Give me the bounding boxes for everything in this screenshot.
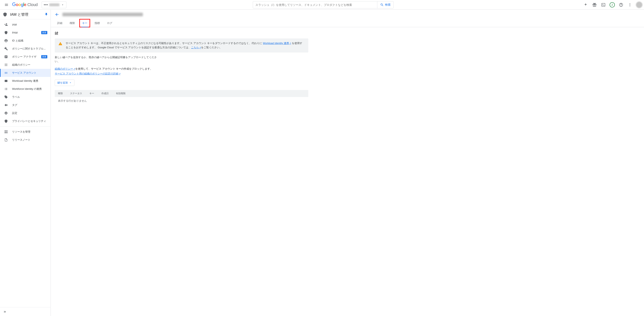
sidebar-item-workforce-identity[interactable]: Workforce Identity の連携: [0, 85, 50, 93]
sidebar-item-label: リリースノート: [12, 138, 47, 142]
iam-product-icon: [3, 12, 7, 17]
table-empty-text: 表示する行がありません: [55, 97, 308, 105]
sidebar-item-privacy-security[interactable]: プライバシーとセキュリティ: [0, 117, 50, 125]
google-cloud-logo[interactable]: Cloud: [12, 2, 38, 7]
svg-point-9: [630, 6, 630, 6]
sidebar-item-pam[interactable]: PAM 新規: [0, 28, 50, 37]
more-vert-icon: [628, 3, 632, 7]
add-key-button[interactable]: 鍵を追加: [55, 80, 74, 86]
sidebar-item-release-notes[interactable]: リリースノート: [0, 136, 50, 144]
sidebar: IAM と管理 IAM PAM 新規 ID と組織 ポリシーに関するトラブル..…: [0, 10, 51, 316]
logo-cloud-text: Cloud: [27, 2, 38, 7]
nav-menu-button[interactable]: [2, 1, 10, 9]
chevron-down-icon: [61, 3, 64, 6]
svg-rect-11: [5, 130, 6, 132]
tab-permissions[interactable]: 権限: [67, 19, 77, 27]
sidebar-item-iam[interactable]: IAM: [0, 20, 50, 28]
sidebar-item-label: ラベル: [12, 95, 47, 99]
page-header: [51, 10, 644, 19]
project-name-redacted: [49, 4, 59, 6]
notification-badge: 2: [610, 2, 615, 8]
external-link-icon: ↗: [74, 68, 75, 70]
more-button[interactable]: [626, 1, 634, 9]
sidebar-item-label: PAM: [12, 31, 36, 34]
google-logo-icon: [12, 2, 26, 7]
col-type: 種類: [58, 92, 63, 95]
tab-logs[interactable]: ログ: [105, 19, 115, 27]
notes-icon: [4, 138, 8, 142]
external-link-icon: ↗: [290, 42, 291, 44]
warning-icon: [58, 42, 62, 50]
article-icon: [4, 55, 8, 59]
org-policy-links: 組織のポリシー↗を使用して、サービス アカウント キーの作成をブロックします。 …: [55, 66, 308, 76]
dropdown-arrow-icon: [69, 81, 72, 84]
search-input[interactable]: [253, 3, 377, 6]
sidebar-item-label: IAM: [12, 23, 47, 26]
svg-rect-14: [6, 132, 8, 133]
tab-bar: 詳細 権限 キー 指標 ログ: [51, 19, 644, 27]
terminal-icon: [601, 2, 606, 7]
svg-rect-10: [5, 80, 8, 82]
pin-button[interactable]: [44, 13, 48, 16]
warning-text: サービス アカウント キーは、不正使用されるとセキュリティ上のリスクになる可能性…: [66, 41, 305, 50]
topbar-actions: 2: [582, 1, 642, 9]
tag-icon: [4, 103, 8, 107]
sidebar-header: IAM と管理: [0, 10, 50, 19]
svg-rect-13: [5, 132, 6, 133]
sidebar-item-service-accounts[interactable]: サービス アカウント: [0, 69, 50, 77]
sidebar-item-workload-identity[interactable]: Workload Identity 連携: [0, 77, 50, 85]
svg-rect-12: [6, 130, 8, 132]
search-bar: 検索: [253, 1, 394, 8]
sidebar-list: IAM PAM 新規 ID と組織 ポリシーに関するトラブル... ポリシー ア…: [0, 19, 50, 307]
gemini-button[interactable]: [582, 1, 590, 9]
col-expires: 有効期限: [116, 92, 126, 95]
sidebar-item-label: 組織のポリシー: [12, 63, 47, 66]
help-button[interactable]: [617, 1, 625, 9]
wrench-icon: [4, 47, 8, 51]
sidebar-item-labels[interactable]: ラベル: [0, 93, 50, 101]
cloud-shell-button[interactable]: [599, 1, 607, 9]
sidebar-item-label: プライバシーとセキュリティ: [12, 119, 47, 123]
col-key: キー: [89, 92, 94, 95]
sidebar-item-settings[interactable]: 設定: [0, 109, 50, 117]
sidebar-item-manage-resources[interactable]: リソースを管理: [0, 128, 50, 136]
sidebar-item-policy-analyzer[interactable]: ポリシー アナライザ 新規: [0, 53, 50, 61]
resources-icon: [4, 130, 8, 134]
add-key-label: 鍵を追加: [57, 81, 68, 84]
key-instructions-text: 新しい鍵ペアを追加するか、既存の鍵ペアから公開鍵証明書をアップロードしてください…: [55, 55, 160, 64]
body-layout: IAM と管理 IAM PAM 新規 ID と組織 ポリシーに関するトラブル..…: [0, 10, 644, 316]
tab-metrics[interactable]: 指標: [92, 19, 102, 27]
tab-details[interactable]: 詳細: [55, 19, 65, 27]
sidebar-item-org-policy[interactable]: 組織のポリシー: [0, 61, 50, 69]
main-content: 詳細 権限 キー 指標 ログ 鍵 サービス アカウント キーは、不正使用されると…: [51, 10, 644, 316]
new-badge: 新規: [41, 31, 47, 34]
gift-icon: [592, 2, 597, 7]
sidebar-item-tags[interactable]: タグ: [0, 101, 50, 109]
sidebar-item-label: タグ: [12, 103, 47, 107]
account-avatar[interactable]: [636, 2, 642, 8]
service-account-email-redacted: [62, 13, 143, 16]
sidebar-item-label: ポリシー アナライザ: [12, 55, 36, 58]
search-button[interactable]: 検索: [377, 2, 394, 8]
learn-more-link[interactable]: こちら↗: [191, 46, 201, 49]
person-add-icon: [4, 22, 8, 26]
sidebar-item-label: サービス アカウント: [12, 71, 47, 75]
sidebar-item-identity-org[interactable]: ID と組織: [0, 37, 50, 45]
shield-icon: [4, 30, 8, 34]
list-alt-icon: [4, 87, 8, 91]
keys-table: 種類 ステータス キー 作成日 有効期限 表示する行がありません: [55, 90, 308, 105]
sidebar-item-policy-troubleshoot[interactable]: ポリシーに関するトラブル...: [0, 45, 50, 53]
free-trial-button[interactable]: [590, 1, 598, 9]
sidebar-collapse-button[interactable]: [0, 307, 50, 316]
svg-point-7: [630, 3, 630, 4]
notifications-button[interactable]: 2: [608, 1, 616, 9]
svg-point-8: [630, 4, 630, 5]
sidebar-title: IAM と管理: [10, 12, 44, 17]
workload-identity-link[interactable]: Workload Identity 連携↗: [263, 42, 291, 45]
project-selector[interactable]: [42, 2, 66, 8]
tab-keys[interactable]: キー: [80, 19, 90, 27]
org-policy-details-link[interactable]: サービス アカウント用の組織のポリシーの設定の詳細↗: [55, 72, 120, 75]
back-button[interactable]: [55, 12, 59, 17]
org-policy-link[interactable]: 組織のポリシー↗: [55, 67, 75, 70]
chevron-left-icon: [3, 310, 7, 314]
